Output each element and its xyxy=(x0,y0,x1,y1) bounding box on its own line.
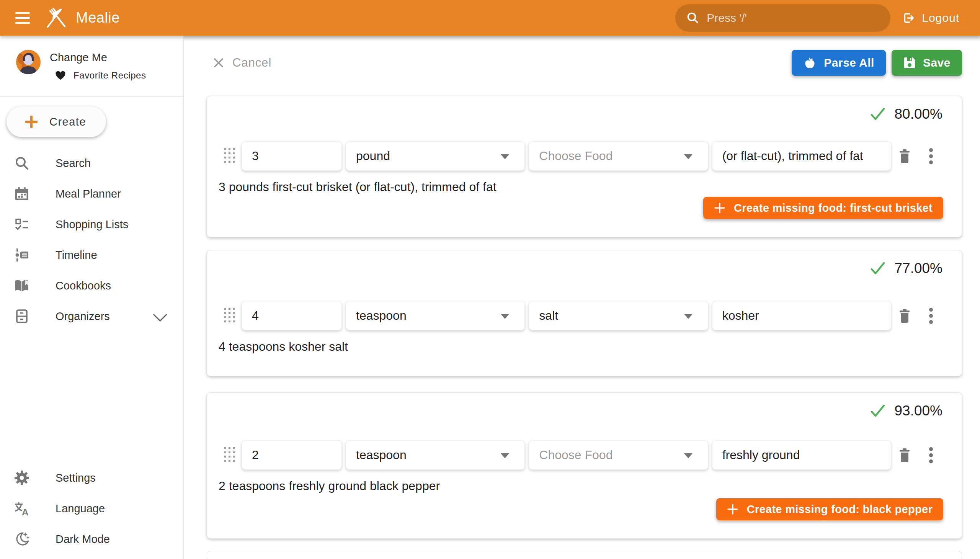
avatar xyxy=(16,50,41,74)
archive-icon xyxy=(14,308,30,324)
header-shadow xyxy=(184,36,980,41)
sidebar-nav: Search Meal Planner xyxy=(0,148,183,332)
dots-vertical-icon xyxy=(929,447,933,464)
delete-button[interactable] xyxy=(898,308,911,324)
trash-icon xyxy=(898,308,911,324)
unit-select[interactable]: teaspoon xyxy=(346,301,525,331)
book-icon xyxy=(14,278,30,294)
note-input[interactable]: freshly ground xyxy=(712,440,891,470)
delete-button[interactable] xyxy=(898,149,911,164)
sidebar-item-label: Timeline xyxy=(56,249,97,261)
app-title: Mealie xyxy=(76,10,120,26)
quantity-input[interactable]: 2 xyxy=(241,440,342,470)
timeline-icon xyxy=(14,247,30,263)
confidence-badge: 80.00% xyxy=(870,106,943,122)
main-content: Cancel Parse All Save 8 xyxy=(184,36,980,559)
confidence-value: 80.00% xyxy=(895,106,943,122)
translate-icon: A xyxy=(14,500,30,516)
ingredient-card-partial xyxy=(207,551,962,559)
drag-handle-icon[interactable] xyxy=(224,447,235,463)
sidebar-item-meal-planner[interactable]: Meal Planner xyxy=(0,179,183,209)
sidebar-item-label: Search xyxy=(56,157,91,170)
confidence-badge: 93.00% xyxy=(870,403,943,419)
plus-icon xyxy=(727,503,739,515)
sidebar-item-settings[interactable]: Settings xyxy=(0,463,183,493)
menu-icon[interactable] xyxy=(15,12,30,24)
check-icon xyxy=(870,404,886,418)
food-select[interactable]: Choose Food xyxy=(529,440,708,470)
sidebar-item-shopping-lists[interactable]: Shopping Lists xyxy=(0,209,183,240)
chevron-down-icon xyxy=(684,453,692,458)
search-icon xyxy=(14,155,30,171)
ingredient-row: 4 teaspoon salt kosher xyxy=(207,301,962,331)
plus-icon xyxy=(714,202,725,213)
original-ingredient-text: 3 pounds first-cut brisket (or flat-cut)… xyxy=(218,180,962,194)
apple-icon xyxy=(803,56,817,70)
trash-icon xyxy=(898,149,911,164)
save-icon xyxy=(903,56,916,69)
note-input[interactable]: (or flat-cut), trimmed of fat xyxy=(712,141,891,171)
save-button[interactable]: Save xyxy=(892,50,962,76)
unit-select[interactable]: pound xyxy=(346,141,525,171)
confidence-value: 77.00% xyxy=(895,260,943,276)
mealie-logo-icon[interactable] xyxy=(46,5,66,31)
confidence-badge: 77.00% xyxy=(870,260,943,276)
chevron-down-icon xyxy=(501,453,509,458)
moon-icon xyxy=(14,531,30,547)
sidebar: Change Me Favorite Recipes Create xyxy=(0,36,184,559)
favorite-recipes-link[interactable]: Favorite Recipes xyxy=(55,70,146,81)
parse-all-button[interactable]: Parse All xyxy=(792,50,886,76)
parse-all-label: Parse All xyxy=(824,56,874,69)
create-button[interactable]: Create xyxy=(7,106,106,137)
sidebar-item-language[interactable]: A Language xyxy=(0,493,183,524)
kebab-menu-button[interactable] xyxy=(929,148,933,165)
sidebar-item-label: Organizers xyxy=(56,310,110,323)
check-icon xyxy=(870,261,886,275)
kebab-menu-button[interactable] xyxy=(929,308,933,324)
cancel-button[interactable]: Cancel xyxy=(212,56,272,70)
sidebar-item-timeline[interactable]: Timeline xyxy=(0,240,183,270)
sidebar-item-label: Language xyxy=(56,502,105,515)
create-missing-food-button[interactable]: Create missing food: first-cut brisket xyxy=(703,197,943,219)
kebab-menu-button[interactable] xyxy=(929,447,933,464)
ingredient-card: 77.00% 4 teaspoon salt kosher 4 teaspoon… xyxy=(207,250,962,376)
user-block: Change Me Favorite Recipes xyxy=(0,36,183,81)
sidebar-item-label: Dark Mode xyxy=(56,533,110,546)
search-placeholder: Press '/' xyxy=(707,12,747,25)
calendar-icon xyxy=(14,186,30,202)
logout-button[interactable]: Logout xyxy=(902,11,959,25)
gear-icon xyxy=(14,470,30,486)
trash-icon xyxy=(898,448,911,463)
original-ingredient-text: 4 teaspoons kosher salt xyxy=(218,340,962,354)
drag-handle-icon[interactable] xyxy=(224,148,235,164)
delete-button[interactable] xyxy=(898,448,911,463)
sidebar-item-organizers[interactable]: Organizers xyxy=(0,301,183,332)
food-select[interactable]: salt xyxy=(529,301,708,331)
sidebar-item-search[interactable]: Search xyxy=(0,148,183,179)
unit-select[interactable]: teaspoon xyxy=(346,440,525,470)
create-missing-food-label: Create missing food: first-cut brisket xyxy=(734,202,932,214)
logout-icon xyxy=(902,11,916,25)
cancel-label: Cancel xyxy=(232,56,272,70)
dots-vertical-icon xyxy=(929,308,933,324)
search-input[interactable]: Press '/' xyxy=(675,4,891,32)
create-missing-food-button[interactable]: Create missing food: black pepper xyxy=(716,498,943,520)
sidebar-divider xyxy=(0,96,183,96)
sidebar-item-label: Cookbooks xyxy=(56,280,111,292)
checklist-icon xyxy=(14,216,30,232)
chevron-down-icon[interactable] xyxy=(153,308,167,322)
note-input[interactable]: kosher xyxy=(712,301,891,331)
quantity-input[interactable]: 4 xyxy=(241,301,342,331)
sidebar-item-dark-mode[interactable]: Dark Mode xyxy=(0,524,183,554)
food-select[interactable]: Choose Food xyxy=(529,141,708,171)
confidence-value: 93.00% xyxy=(895,403,943,419)
save-label: Save xyxy=(923,56,950,69)
original-ingredient-text: 2 teaspoons freshly ground black pepper xyxy=(218,479,962,493)
ingredient-row: 2 teaspoon Choose Food freshly ground xyxy=(207,440,962,470)
drag-handle-icon[interactable] xyxy=(224,308,235,324)
favorite-recipes-label: Favorite Recipes xyxy=(73,70,146,81)
ingredient-card: 80.00% 3 pound Choose Food (or flat-cut)… xyxy=(207,96,962,237)
sidebar-item-cookbooks[interactable]: Cookbooks xyxy=(0,270,183,301)
quantity-input[interactable]: 3 xyxy=(241,141,342,171)
svg-text:A: A xyxy=(22,507,28,516)
